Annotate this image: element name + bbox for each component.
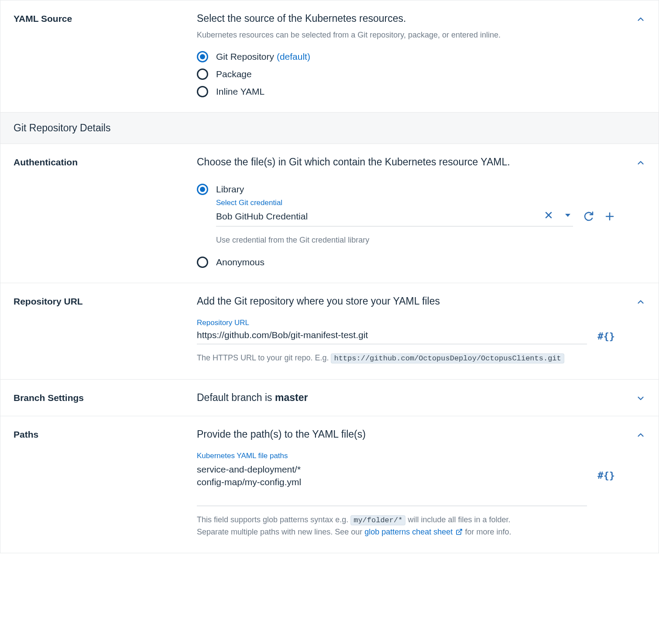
section-label-col: Paths	[14, 428, 197, 538]
hint-text: This field supports glob patterns syntax…	[197, 515, 348, 524]
radio-git-repository[interactable]: Git Repository (default)	[197, 51, 615, 62]
collapse-toggle[interactable]	[636, 158, 645, 170]
repo-url-row: #{}	[197, 328, 615, 344]
library-sub: Select Git credential Bob GitHub Credent…	[216, 199, 615, 246]
branch-summary: Default branch is master	[197, 392, 615, 404]
yaml-source-title: Select the source of the Kubernetes reso…	[197, 13, 615, 24]
credential-field-label: Select Git credential	[216, 199, 615, 207]
collapse-toggle[interactable]	[636, 297, 645, 309]
hint-text-3: Separate multiple paths with new lines. …	[197, 528, 364, 536]
repository-url-title: Add the Git repository where you store y…	[197, 295, 615, 307]
radio-inline-yaml[interactable]: Inline YAML	[197, 86, 615, 97]
radio-label: Git Repository (default)	[216, 51, 310, 62]
yaml-source-desc: Kubernetes resources can be selected fro…	[197, 31, 615, 40]
radio-icon	[197, 69, 208, 80]
credential-row: Bob GitHub Credential	[216, 208, 615, 226]
section-label-col: Authentication	[14, 156, 197, 268]
radio-library[interactable]: Library	[197, 184, 615, 195]
collapse-toggle[interactable]	[636, 14, 645, 26]
external-link-icon	[456, 528, 463, 535]
radio-icon	[197, 51, 208, 62]
radio-icon	[197, 86, 208, 97]
close-icon	[543, 210, 554, 223]
hash-braces-icon: #{}	[597, 331, 615, 342]
paths-title: Provide the path(s) to the YAML file(s)	[197, 428, 615, 440]
yaml-source-section: YAML Source Select the source of the Kub…	[0, 0, 659, 113]
hint-text-2: will include all files in a folder.	[408, 515, 510, 524]
paths-label: Paths	[14, 429, 188, 440]
credential-value: Bob GitHub Credential	[216, 211, 543, 222]
repo-url-input[interactable]	[197, 330, 587, 340]
paths-field-label: Kubernetes YAML file paths	[197, 452, 615, 460]
branch-settings-content: Default branch is master	[197, 392, 645, 404]
repo-url-field-label: Repository URL	[197, 319, 615, 327]
glob-cheatsheet-link[interactable]: glob patterns cheat sheet	[364, 528, 465, 536]
link-text: glob patterns cheat sheet	[364, 528, 453, 536]
add-button[interactable]	[604, 211, 615, 224]
radio-label-text: Package	[216, 69, 252, 79]
radio-anonymous[interactable]: Anonymous	[197, 257, 615, 268]
paths-textarea[interactable]	[197, 463, 587, 489]
branch-settings-section: Branch Settings Default branch is master	[0, 380, 659, 416]
paths-row: #{}	[197, 461, 615, 507]
yaml-source-label: YAML Source	[14, 14, 188, 24]
chevron-up-icon	[636, 433, 645, 442]
form-container: YAML Source Select the source of the Kub…	[0, 0, 659, 553]
radio-label-text: Library	[216, 184, 244, 195]
yaml-source-radio-group: Git Repository (default) Package Inline …	[197, 51, 615, 97]
variable-bind-button[interactable]: #{}	[597, 470, 615, 481]
caret-down-icon	[563, 210, 573, 223]
radio-label-text: Git Repository	[216, 51, 274, 62]
variable-bind-button[interactable]: #{}	[597, 331, 615, 342]
expand-toggle[interactable]	[636, 394, 645, 405]
clear-button[interactable]	[543, 210, 554, 223]
branch-summary-prefix: Default branch is	[197, 392, 275, 403]
collapse-toggle[interactable]	[636, 430, 645, 442]
radio-label-text: Inline YAML	[216, 86, 264, 97]
branch-settings-label: Branch Settings	[14, 393, 188, 403]
refresh-button[interactable]	[583, 211, 594, 224]
authentication-radio-group: Library Select Git credential Bob GitHub…	[197, 184, 615, 268]
paths-hint: This field supports glob patterns syntax…	[197, 514, 615, 538]
repository-url-label: Repository URL	[14, 296, 188, 307]
repository-url-section: Repository URL Add the Git repository wh…	[0, 283, 659, 380]
default-badge: (default)	[277, 51, 310, 62]
paths-content: Provide the path(s) to the YAML file(s) …	[197, 428, 645, 538]
chevron-up-icon	[636, 300, 645, 308]
hint-text: The HTTPS URL to your git repo. E.g.	[197, 353, 329, 362]
section-label-col: YAML Source	[14, 13, 197, 97]
authentication-title: Choose the file(s) in Git which contain …	[197, 156, 615, 168]
chevron-up-icon	[636, 17, 645, 26]
section-label-col: Branch Settings	[14, 392, 197, 404]
authentication-section: Authentication Choose the file(s) in Git…	[0, 144, 659, 283]
chevron-down-icon	[636, 396, 645, 405]
select-trailing-icons	[543, 210, 573, 223]
branch-name: master	[275, 392, 308, 403]
svg-marker-2	[565, 214, 570, 217]
authentication-label: Authentication	[14, 157, 188, 168]
svg-line-5	[459, 529, 462, 532]
radio-package[interactable]: Package	[197, 69, 615, 80]
hash-braces-icon: #{}	[597, 470, 615, 481]
authentication-content: Choose the file(s) in Git which contain …	[197, 156, 645, 268]
radio-icon	[197, 184, 208, 195]
radio-label-text: Anonymous	[216, 257, 264, 267]
hint-code: my/folder/*	[350, 515, 405, 525]
hint-text-4: for more info.	[465, 528, 511, 536]
git-repo-details-header: Git Repository Details	[0, 113, 659, 144]
repo-url-hint: The HTTPS URL to your git repo. E.g. htt…	[197, 352, 615, 364]
dropdown-toggle[interactable]	[563, 210, 573, 223]
radio-icon	[197, 257, 208, 268]
refresh-icon	[583, 211, 594, 224]
yaml-source-content: Select the source of the Kubernetes reso…	[197, 13, 645, 97]
plus-icon	[604, 211, 615, 224]
credential-hint: Use credential from the Git credential l…	[216, 234, 615, 246]
repository-url-content: Add the Git repository where you store y…	[197, 295, 645, 364]
paths-section: Paths Provide the path(s) to the YAML fi…	[0, 416, 659, 553]
paths-input-wrap	[197, 461, 587, 507]
section-label-col: Repository URL	[14, 295, 197, 364]
credential-select[interactable]: Bob GitHub Credential	[216, 208, 573, 226]
repo-url-input-wrap	[197, 328, 587, 344]
chevron-up-icon	[636, 161, 645, 169]
hint-code: https://github.com/OctopusDeploy/Octopus…	[331, 353, 564, 363]
